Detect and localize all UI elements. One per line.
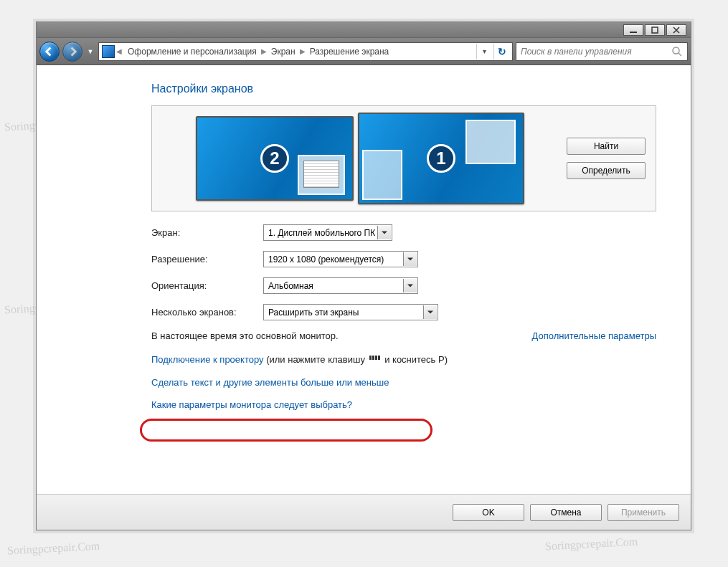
address-bar[interactable]: ◀ Оформление и персонализация ▶ Экран ▶ …	[98, 42, 513, 61]
window-titlebar	[37, 22, 691, 38]
navigation-bar: ▼ ◀ Оформление и персонализация ▶ Экран …	[37, 38, 691, 65]
breadcrumb-chevron-icon[interactable]: ◀	[116, 47, 122, 55]
content-area: Настройки экранов 2 1 Найти Определить Э…	[37, 65, 691, 478]
close-button[interactable]	[666, 24, 686, 36]
advanced-settings-link[interactable]: Дополнительные параметры	[531, 330, 656, 341]
find-button[interactable]: Найти	[567, 138, 646, 155]
orientation-label: Ориентация:	[151, 280, 263, 291]
multi-screen-dropdown[interactable]: Расширить эти экраны	[263, 304, 438, 320]
breadcrumb-item[interactable]: Оформление и персонализация	[123, 44, 261, 59]
text-scale-link[interactable]: Сделать текст и другие элементы больше и…	[151, 377, 389, 388]
forward-button[interactable]	[62, 42, 82, 62]
monitor-number: 1	[427, 144, 455, 173]
cancel-button[interactable]: Отмена	[530, 504, 602, 521]
breadcrumb: Оформление и персонализация ▶ Экран ▶ Ра…	[123, 44, 475, 59]
monitor-2[interactable]: 2	[196, 116, 354, 201]
ok-button[interactable]: OK	[453, 504, 524, 521]
breadcrumb-chevron-icon: ▶	[300, 47, 306, 55]
resolution-label: Разрешение:	[151, 254, 263, 265]
address-dropdown-icon[interactable]: ▾	[476, 44, 492, 59]
projector-hint-tail: и коснитесь P)	[384, 354, 448, 365]
svg-line-3	[679, 53, 681, 56]
page-title: Настройки экранов	[151, 82, 656, 95]
screen-dropdown[interactable]: 1. Дисплей мобильного ПК	[263, 224, 392, 241]
back-button[interactable]	[39, 42, 60, 62]
apply-button[interactable]: Применить	[608, 504, 679, 521]
svg-rect-0	[630, 32, 637, 33]
refresh-icon[interactable]: ↻	[493, 44, 509, 59]
dialog-footer: OK Отмена Применить	[37, 494, 691, 530]
projector-link[interactable]: Подключение к проектору	[151, 354, 264, 365]
projector-hint-text: (или нажмите клавишу	[266, 354, 365, 365]
orientation-dropdown[interactable]: Альбомная	[263, 277, 418, 294]
history-dropdown-icon[interactable]: ▼	[85, 43, 95, 60]
monitor-1[interactable]: 1	[358, 113, 524, 204]
identify-button[interactable]: Определить	[567, 162, 646, 179]
watermark-text: Soringpcrepair.Com	[545, 535, 638, 553]
breadcrumb-chevron-icon: ▶	[261, 47, 267, 55]
search-box[interactable]	[516, 42, 688, 61]
watermark-text: Soringpcrepair.Com	[7, 540, 100, 558]
taskbar-preview-icon	[362, 150, 402, 200]
screen-label: Экран:	[151, 227, 263, 238]
window-preview-icon	[298, 155, 345, 195]
monitor-preview-area[interactable]: 2 1	[162, 113, 558, 204]
breadcrumb-item[interactable]: Разрешение экрана	[306, 44, 394, 59]
monitor-help-link[interactable]: Какие параметры монитора следует выбрать…	[151, 399, 352, 410]
search-icon	[671, 46, 683, 57]
minimize-button[interactable]	[623, 24, 643, 36]
monitor-arrangement-panel: 2 1 Найти Определить	[151, 105, 656, 211]
maximize-button[interactable]	[645, 24, 665, 36]
window-preview-icon	[465, 120, 516, 164]
svg-point-2	[673, 47, 679, 54]
monitor-number: 2	[260, 144, 289, 173]
svg-rect-1	[652, 27, 658, 33]
resolution-dropdown[interactable]: 1920 x 1080 (рекомендуется)	[263, 251, 418, 267]
multi-screen-label: Несколько экранов:	[151, 307, 263, 318]
windows-key-icon	[369, 356, 381, 366]
search-input[interactable]	[521, 47, 668, 57]
control-panel-icon	[102, 45, 115, 58]
primary-monitor-status: В настоящее время это основной монитор.	[151, 330, 339, 341]
breadcrumb-item[interactable]: Экран	[267, 44, 300, 59]
control-panel-window: ▼ ◀ Оформление и персонализация ▶ Экран …	[36, 22, 691, 530]
